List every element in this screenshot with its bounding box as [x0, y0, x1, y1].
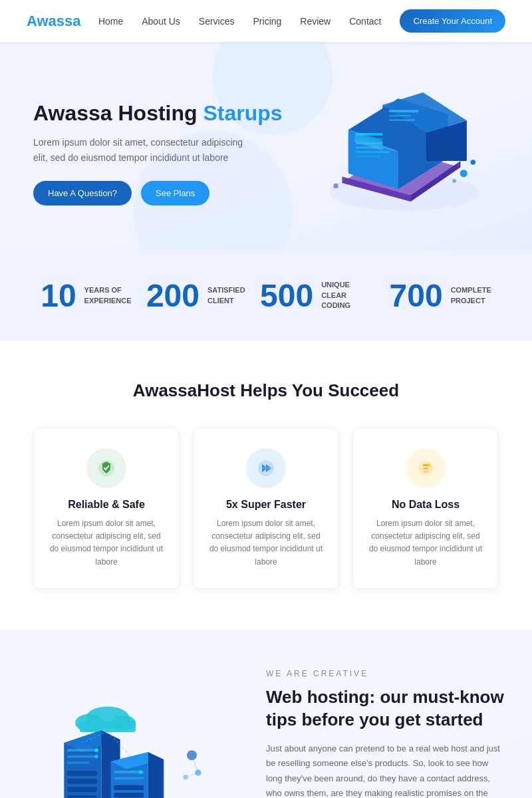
stats-section: 10 YEARS OFEXPERIENCE 200 SATISFIEDCLIEN… — [0, 251, 532, 340]
hero-content: Awassa Hosting Starups Lorem ipsum dolor… — [33, 100, 283, 205]
feature-title-nodata: No Data Loss — [366, 499, 485, 511]
hero-buttons: Have A Question? See Plans — [33, 181, 283, 205]
nav-links: Home About Us Services Pricing Review Co… — [98, 9, 505, 33]
feature-title-faster: 5x Super Faster — [207, 499, 325, 511]
see-plans-button[interactable]: See Plans — [141, 181, 209, 205]
svg-rect-47 — [67, 771, 97, 776]
nav-pricing[interactable]: Pricing — [253, 16, 282, 27]
svg-rect-55 — [114, 777, 144, 780]
features-grid: Reliable & Safe Lorem ipsum dolor sit am… — [27, 428, 505, 589]
have-question-button[interactable]: Have A Question? — [33, 181, 132, 205]
stat-clients-number: 200 — [146, 277, 200, 314]
stat-coding: 500 UNIQUE CLEARCODING — [260, 277, 374, 314]
svg-rect-13 — [356, 147, 380, 149]
stat-projects-number: 700 — [390, 277, 443, 314]
stat-coding-label: UNIQUE CLEARCODING — [321, 280, 374, 311]
feature-desc-reliable: Lorem ipsum dolor sit amet, consectetur … — [47, 517, 166, 569]
creative-illustration — [27, 678, 239, 798]
logo: Awassa — [27, 13, 81, 30]
svg-rect-44 — [67, 761, 90, 764]
svg-rect-11 — [356, 138, 384, 140]
svg-point-23 — [471, 160, 476, 165]
svg-rect-49 — [67, 787, 97, 793]
svg-rect-48 — [67, 779, 97, 785]
svg-point-45 — [94, 749, 98, 753]
stat-projects-label: COMPLETEPROJECT — [451, 285, 491, 306]
svg-rect-58 — [114, 793, 144, 798]
svg-rect-57 — [114, 785, 144, 791]
navbar: Awassa Home About Us Services Pricing Re… — [0, 0, 532, 42]
creative-section: We Are Creative Web hosting: our must-kn… — [0, 629, 532, 798]
svg-rect-43 — [67, 755, 97, 758]
nav-review[interactable]: Review — [300, 16, 331, 27]
features-section: AwassaHost Helps You Succeed Reliable & … — [0, 340, 532, 629]
hero-description: Lorem ipsum dolor sit amet, consectetur … — [33, 135, 259, 165]
svg-point-22 — [460, 170, 467, 177]
svg-rect-31 — [423, 467, 428, 469]
hero-section: Awassa Hosting Starups Lorem ipsum dolor… — [0, 42, 532, 251]
creative-description: Just about anyone can pretend to be a re… — [266, 741, 505, 798]
stat-experience-number: 10 — [41, 277, 76, 314]
svg-point-25 — [333, 184, 338, 189]
creative-content: We Are Creative Web hosting: our must-kn… — [266, 669, 505, 798]
features-title: AwassaHost Helps You Succeed — [27, 380, 505, 401]
svg-rect-50 — [67, 795, 97, 798]
hero-title-plain: Awassa Hosting — [33, 101, 203, 125]
stat-experience: 10 YEARS OFEXPERIENCE — [41, 277, 131, 314]
logo-text: wassa — [37, 13, 81, 29]
svg-rect-19 — [389, 110, 419, 112]
hero-title-accent: Starups — [203, 101, 282, 125]
stat-projects: 700 COMPLETEPROJECT — [390, 277, 491, 314]
svg-rect-32 — [423, 471, 428, 473]
feature-icon-faster — [246, 448, 286, 488]
hero-illustration — [286, 82, 499, 224]
feature-icon-reliable — [86, 448, 126, 488]
svg-rect-15 — [356, 156, 381, 158]
stat-clients: 200 SATISFIEDCLIENT — [146, 277, 245, 314]
svg-point-46 — [94, 755, 98, 759]
nav-home[interactable]: Home — [98, 16, 123, 27]
feature-icon-nodata — [406, 448, 446, 488]
svg-rect-38 — [80, 721, 136, 732]
feature-desc-faster: Lorem ipsum dolor sit amet, consectetur … — [207, 517, 325, 569]
feature-card-reliable: Reliable & Safe Lorem ipsum dolor sit am… — [33, 428, 180, 589]
svg-rect-14 — [356, 151, 390, 153]
svg-marker-53 — [148, 752, 164, 798]
feature-title-reliable: Reliable & Safe — [47, 499, 166, 511]
creative-tag: We Are Creative — [266, 669, 505, 678]
nav-about[interactable]: About Us — [142, 16, 180, 27]
svg-point-56 — [139, 770, 143, 774]
svg-rect-20 — [389, 115, 411, 117]
feature-card-faster: 5x Super Faster Lorem ipsum dolor sit am… — [193, 428, 339, 589]
feature-card-nodata: No Data Loss Lorem ipsum dolor sit amet,… — [352, 428, 499, 589]
stat-clients-label: SATISFIEDCLIENT — [207, 285, 245, 306]
svg-rect-21 — [389, 119, 415, 121]
svg-rect-42 — [67, 749, 97, 752]
nav-services[interactable]: Services — [199, 16, 235, 27]
creative-title: Web hosting: our must-know tips before y… — [266, 686, 505, 732]
stat-coding-number: 500 — [260, 277, 313, 314]
nav-contact[interactable]: Contact — [349, 16, 381, 27]
svg-point-33 — [428, 464, 431, 467]
hero-title: Awassa Hosting Starups — [33, 100, 283, 126]
create-account-button[interactable]: Create Your Account — [400, 9, 505, 33]
stat-experience-label: YEARS OFEXPERIENCE — [84, 285, 132, 306]
svg-point-24 — [452, 179, 456, 183]
feature-desc-nodata: Lorem ipsum dolor sit amet, consectetur … — [366, 517, 485, 569]
logo-accent: A — [27, 13, 37, 29]
